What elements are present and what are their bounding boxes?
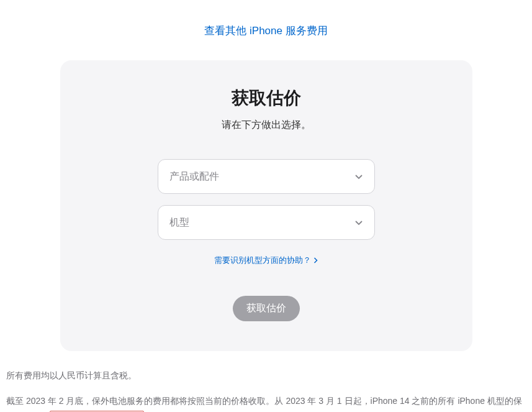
submit-wrapper: 获取估价 xyxy=(85,296,448,321)
top-link-wrapper: 查看其他 iPhone 服务费用 xyxy=(0,0,532,60)
other-services-link[interactable]: 查看其他 iPhone 服务费用 xyxy=(204,25,327,37)
estimate-card: 获取估价 请在下方做出选择。 产品或配件 机型 需要识别机型方面的协助？ 获取估… xyxy=(60,60,472,351)
footer-para-2-pre: 截至 2023 年 2 月底，保外电池服务的费用都将按照当前的价格收取。从 20… xyxy=(6,396,522,412)
footer-para-2: 截至 2023 年 2 月底，保外电池服务的费用都将按照当前的价格收取。从 20… xyxy=(6,393,526,412)
product-dropdown-label: 产品或配件 xyxy=(169,170,219,183)
card-title: 获取估价 xyxy=(85,86,448,110)
get-estimate-button[interactable]: 获取估价 xyxy=(233,296,300,321)
chevron-down-icon xyxy=(354,218,363,227)
footer-para-1: 所有费用均以人民币计算且含税。 xyxy=(6,367,526,384)
help-link-label: 需要识别机型方面的协助？ xyxy=(214,255,311,266)
chevron-right-icon xyxy=(313,257,318,263)
model-dropdown[interactable]: 机型 xyxy=(158,205,375,240)
chevron-down-icon xyxy=(354,172,363,181)
model-dropdown-label: 机型 xyxy=(169,216,189,229)
card-subtitle: 请在下方做出选择。 xyxy=(85,119,448,132)
footer-text: 所有费用均以人民币计算且含税。 截至 2023 年 2 月底，保外电池服务的费用… xyxy=(0,351,532,412)
product-dropdown[interactable]: 产品或配件 xyxy=(158,159,375,194)
identify-model-help-link[interactable]: 需要识别机型方面的协助？ xyxy=(214,255,318,266)
